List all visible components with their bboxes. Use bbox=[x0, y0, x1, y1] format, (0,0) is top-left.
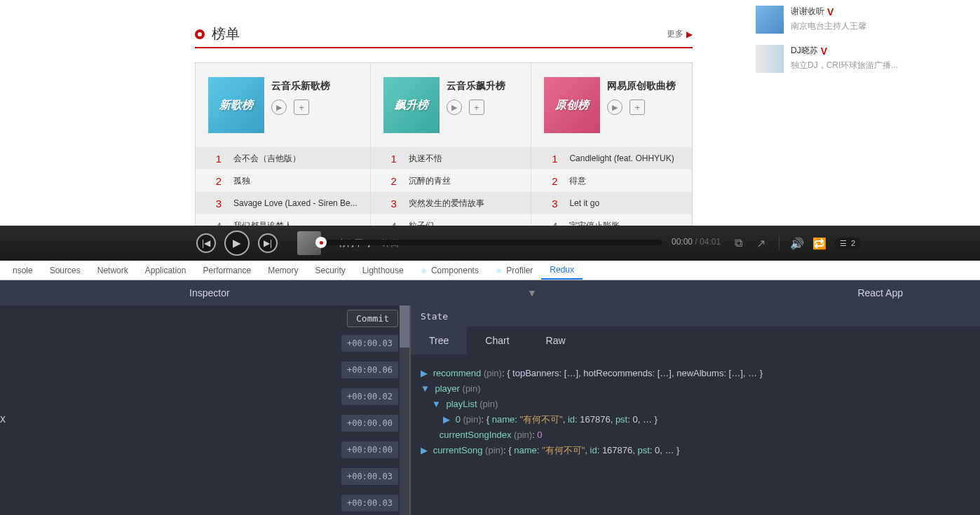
section-dot-icon bbox=[195, 29, 205, 39]
state-tab[interactable]: Tree bbox=[411, 327, 467, 355]
devtools-tab[interactable]: Sources bbox=[41, 262, 89, 279]
section-header: 榜单 更多 ▶ bbox=[195, 21, 693, 48]
rank-item[interactable]: 3Let it go bbox=[531, 192, 692, 214]
loop-icon[interactable]: 🔁 bbox=[812, 235, 827, 251]
progress-handle[interactable] bbox=[315, 237, 327, 248]
add-icon[interactable]: + bbox=[629, 99, 645, 115]
dj-item[interactable]: 谢谢收听V 南京电台主持人王馨 bbox=[749, 0, 931, 39]
devtools-tab[interactable]: Redux bbox=[541, 261, 583, 280]
time-chip[interactable]: +00:00.03 bbox=[341, 495, 398, 511]
rank-number: 3 bbox=[383, 198, 404, 210]
play-icon[interactable]: ▶ bbox=[271, 99, 287, 115]
rank-song-name: Savage Love (Laxed - Siren Be... bbox=[233, 198, 358, 208]
state-header: State bbox=[411, 305, 980, 327]
devtools-tab[interactable]: nsole bbox=[4, 262, 41, 279]
scrollbar[interactable] bbox=[400, 305, 409, 515]
devtools-tab[interactable]: ⚛ Components bbox=[412, 262, 487, 279]
time-chip[interactable]: +00:00.00 bbox=[341, 415, 398, 432]
action-list-panel: Commit +00:00.03+00:00.06+00:00.02+00:00… bbox=[0, 305, 411, 515]
player-bar: |◀ ▶ ▶| 有何不可 许嵩 00:00 / 04:01 ⧉ ↗ 🔊 🔁 ☰ … bbox=[0, 226, 980, 261]
devtools-tab[interactable]: Security bbox=[307, 262, 354, 279]
dj-name: 谢谢收听V bbox=[791, 6, 866, 18]
devtools-tab[interactable]: Memory bbox=[259, 262, 306, 279]
devtools-tab[interactable]: Performance bbox=[194, 262, 259, 279]
rank-cover[interactable]: 新歌榜 bbox=[208, 77, 264, 133]
more-link[interactable]: 更多 bbox=[667, 28, 683, 40]
sidebar: 谢谢收听V 南京电台主持人王馨 DJ晓苏V 独立DJ，CRI环球旅游广播... bbox=[749, 0, 931, 78]
v-badge-icon: V bbox=[827, 6, 833, 18]
rank-song-name: 得意 bbox=[569, 175, 679, 187]
rank-item[interactable]: 3突然发生的爱情故事 bbox=[371, 192, 531, 214]
time-chip[interactable]: +00:00.03 bbox=[341, 335, 398, 352]
rank-item[interactable]: 1Candlelight (feat. OHHYUK) bbox=[531, 147, 692, 170]
rank-title[interactable]: 云音乐新歌榜 bbox=[271, 80, 330, 92]
next-button[interactable]: ▶| bbox=[258, 233, 278, 253]
rank-item[interactable]: 1执迷不悟 bbox=[371, 147, 531, 170]
rank-song-name: 孤独 bbox=[233, 175, 358, 187]
rank-column: 飙升榜 云音乐飙升榜 ▶ + 1执迷不悟2沉醉的青丝3突然发生的爱情故事4粒子们 bbox=[371, 63, 532, 237]
add-icon[interactable]: + bbox=[469, 99, 484, 115]
devtools-tabs: nsoleSourcesNetworkApplicationPerformanc… bbox=[0, 261, 980, 280]
divider bbox=[779, 236, 780, 250]
time-chip[interactable]: +00:00:00 bbox=[341, 441, 398, 458]
rank-number: 1 bbox=[544, 153, 565, 165]
commit-button[interactable]: Commit bbox=[347, 310, 398, 327]
time-chip[interactable]: +00:00.03 bbox=[341, 468, 398, 485]
time-display: 00:00 / 04:01 bbox=[672, 237, 721, 247]
share-icon[interactable]: ↗ bbox=[754, 235, 769, 251]
state-tree[interactable]: ▶ recommend (pin): { topBanners: […], ho… bbox=[411, 355, 980, 470]
dropdown-icon[interactable]: ▼ bbox=[527, 287, 537, 298]
rank-title[interactable]: 网易原创歌曲榜 bbox=[607, 80, 676, 92]
play-icon[interactable]: ▶ bbox=[447, 99, 462, 115]
play-button[interactable]: ▶ bbox=[224, 231, 250, 256]
section-title: 榜单 bbox=[212, 25, 667, 43]
scroll-thumb[interactable] bbox=[400, 305, 409, 348]
rank-song-name: 会不会（吉他版） bbox=[233, 153, 358, 165]
rank-number: 1 bbox=[208, 153, 229, 165]
rank-number: 3 bbox=[208, 198, 229, 210]
rank-number: 1 bbox=[383, 153, 404, 165]
action-partial: X bbox=[0, 414, 6, 425]
redux-panel: Inspector ▼ React App Commit +00:00.03+0… bbox=[0, 280, 980, 515]
time-chip[interactable]: +00:00.06 bbox=[341, 362, 398, 378]
devtools-tab[interactable]: Lighthouse bbox=[354, 262, 412, 279]
volume-icon[interactable]: 🔊 bbox=[789, 235, 805, 251]
rank-item[interactable]: 2孤独 bbox=[196, 170, 370, 192]
rank-item[interactable]: 2沉醉的青丝 bbox=[371, 170, 531, 192]
rank-cover[interactable]: 飙升榜 bbox=[383, 77, 440, 133]
add-icon[interactable]: + bbox=[294, 99, 309, 115]
inspector-label[interactable]: Inspector bbox=[189, 287, 230, 298]
dj-item[interactable]: DJ晓苏V 独立DJ，CRI环球旅游广播... bbox=[749, 39, 931, 78]
rank-head: 飙升榜 云音乐飙升榜 ▶ + bbox=[371, 63, 531, 147]
rank-song-name: 突然发生的爱情故事 bbox=[409, 198, 519, 210]
pip-icon[interactable]: ⧉ bbox=[731, 235, 747, 251]
time-chip[interactable]: +00:00.02 bbox=[341, 388, 398, 405]
devtools-tab[interactable]: ⚛ Profiler bbox=[487, 262, 541, 279]
prev-button[interactable]: |◀ bbox=[196, 233, 216, 253]
dj-desc: 南京电台主持人王馨 bbox=[791, 20, 866, 32]
rank-column: 原创榜 网易原创歌曲榜 ▶ + 1Candlelight (feat. OHHY… bbox=[531, 63, 692, 237]
more-arrow-icon: ▶ bbox=[686, 29, 693, 39]
rank-title[interactable]: 云音乐飙升榜 bbox=[447, 80, 505, 92]
rank-number: 2 bbox=[544, 175, 565, 187]
progress-bar[interactable] bbox=[318, 240, 662, 245]
rank-item[interactable]: 1会不会（吉他版） bbox=[196, 147, 370, 170]
play-icon[interactable]: ▶ bbox=[607, 99, 622, 115]
rank-song-name: 执迷不悟 bbox=[409, 153, 519, 165]
rank-song-name: Candlelight (feat. OHHYUK) bbox=[569, 153, 679, 163]
rank-number: 3 bbox=[544, 198, 565, 210]
state-tab[interactable]: Chart bbox=[467, 327, 527, 355]
state-panel: State TreeChartRaw ▶ recommend (pin): { … bbox=[411, 305, 980, 515]
dj-desc: 独立DJ，CRI环球旅游广播... bbox=[791, 60, 898, 71]
state-tab[interactable]: Raw bbox=[528, 327, 584, 355]
rank-cover[interactable]: 原创榜 bbox=[544, 77, 600, 133]
rank-item[interactable]: 3Savage Love (Laxed - Siren Be... bbox=[196, 192, 370, 214]
rank-song-name: 沉醉的青丝 bbox=[409, 175, 519, 187]
devtools-tab[interactable]: Application bbox=[137, 262, 195, 279]
dj-avatar bbox=[756, 6, 784, 34]
rank-item[interactable]: 2得意 bbox=[531, 170, 692, 192]
queue-button[interactable]: ☰ 2 bbox=[834, 238, 861, 249]
devtools-tab[interactable]: Network bbox=[89, 262, 137, 279]
react-app-label[interactable]: React App bbox=[857, 287, 903, 298]
v-badge-icon: V bbox=[821, 46, 827, 57]
